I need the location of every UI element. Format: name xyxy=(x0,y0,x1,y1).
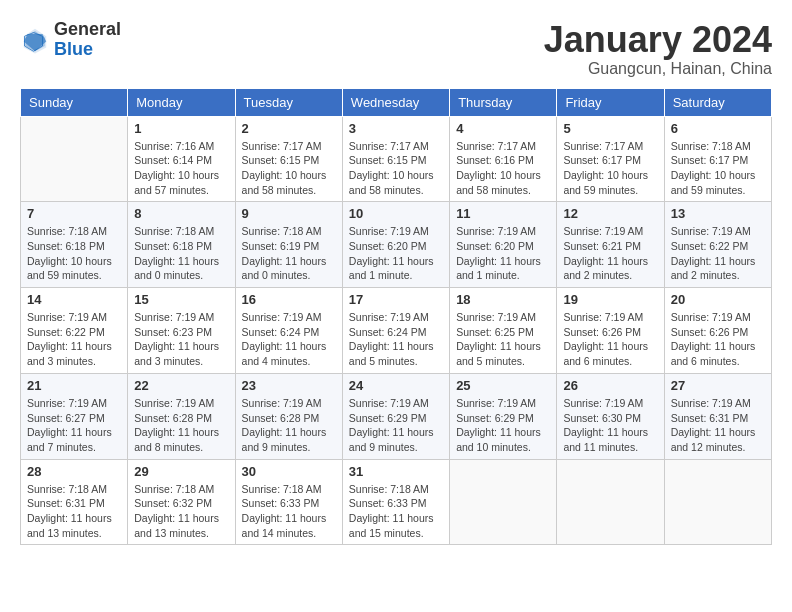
day-number: 29 xyxy=(134,464,228,479)
calendar-day-10: 10Sunrise: 7:19 AMSunset: 6:20 PMDayligh… xyxy=(342,202,449,288)
day-number: 20 xyxy=(671,292,765,307)
calendar-day-31: 31Sunrise: 7:18 AMSunset: 6:33 PMDayligh… xyxy=(342,459,449,545)
day-info: Sunrise: 7:18 AMSunset: 6:33 PMDaylight:… xyxy=(349,482,443,541)
day-number: 5 xyxy=(563,121,657,136)
calendar-day-16: 16Sunrise: 7:19 AMSunset: 6:24 PMDayligh… xyxy=(235,288,342,374)
day-number: 16 xyxy=(242,292,336,307)
day-number: 23 xyxy=(242,378,336,393)
calendar-day-30: 30Sunrise: 7:18 AMSunset: 6:33 PMDayligh… xyxy=(235,459,342,545)
day-number: 2 xyxy=(242,121,336,136)
calendar-day-26: 26Sunrise: 7:19 AMSunset: 6:30 PMDayligh… xyxy=(557,373,664,459)
calendar-day-empty xyxy=(557,459,664,545)
day-info: Sunrise: 7:19 AMSunset: 6:20 PMDaylight:… xyxy=(456,224,550,283)
day-number: 12 xyxy=(563,206,657,221)
day-info: Sunrise: 7:19 AMSunset: 6:26 PMDaylight:… xyxy=(563,310,657,369)
day-info: Sunrise: 7:16 AMSunset: 6:14 PMDaylight:… xyxy=(134,139,228,198)
day-info: Sunrise: 7:18 AMSunset: 6:32 PMDaylight:… xyxy=(134,482,228,541)
day-info: Sunrise: 7:19 AMSunset: 6:22 PMDaylight:… xyxy=(27,310,121,369)
calendar-day-29: 29Sunrise: 7:18 AMSunset: 6:32 PMDayligh… xyxy=(128,459,235,545)
calendar-week-3: 14Sunrise: 7:19 AMSunset: 6:22 PMDayligh… xyxy=(21,288,772,374)
day-number: 11 xyxy=(456,206,550,221)
weekday-header-monday: Monday xyxy=(128,88,235,116)
calendar-day-2: 2Sunrise: 7:17 AMSunset: 6:15 PMDaylight… xyxy=(235,116,342,202)
day-number: 31 xyxy=(349,464,443,479)
day-number: 25 xyxy=(456,378,550,393)
weekday-header-wednesday: Wednesday xyxy=(342,88,449,116)
day-number: 14 xyxy=(27,292,121,307)
calendar-day-21: 21Sunrise: 7:19 AMSunset: 6:27 PMDayligh… xyxy=(21,373,128,459)
calendar-day-12: 12Sunrise: 7:19 AMSunset: 6:21 PMDayligh… xyxy=(557,202,664,288)
day-info: Sunrise: 7:18 AMSunset: 6:33 PMDaylight:… xyxy=(242,482,336,541)
day-info: Sunrise: 7:19 AMSunset: 6:31 PMDaylight:… xyxy=(671,396,765,455)
calendar-day-27: 27Sunrise: 7:19 AMSunset: 6:31 PMDayligh… xyxy=(664,373,771,459)
calendar-day-empty xyxy=(450,459,557,545)
day-info: Sunrise: 7:17 AMSunset: 6:15 PMDaylight:… xyxy=(349,139,443,198)
location-subtitle: Guangcun, Hainan, China xyxy=(544,60,772,78)
day-info: Sunrise: 7:19 AMSunset: 6:21 PMDaylight:… xyxy=(563,224,657,283)
day-info: Sunrise: 7:19 AMSunset: 6:20 PMDaylight:… xyxy=(349,224,443,283)
day-number: 15 xyxy=(134,292,228,307)
calendar-day-13: 13Sunrise: 7:19 AMSunset: 6:22 PMDayligh… xyxy=(664,202,771,288)
calendar-day-19: 19Sunrise: 7:19 AMSunset: 6:26 PMDayligh… xyxy=(557,288,664,374)
calendar-day-17: 17Sunrise: 7:19 AMSunset: 6:24 PMDayligh… xyxy=(342,288,449,374)
day-number: 7 xyxy=(27,206,121,221)
day-info: Sunrise: 7:19 AMSunset: 6:27 PMDaylight:… xyxy=(27,396,121,455)
weekday-header-saturday: Saturday xyxy=(664,88,771,116)
calendar-week-1: 1Sunrise: 7:16 AMSunset: 6:14 PMDaylight… xyxy=(21,116,772,202)
day-info: Sunrise: 7:19 AMSunset: 6:25 PMDaylight:… xyxy=(456,310,550,369)
calendar-day-28: 28Sunrise: 7:18 AMSunset: 6:31 PMDayligh… xyxy=(21,459,128,545)
day-info: Sunrise: 7:19 AMSunset: 6:26 PMDaylight:… xyxy=(671,310,765,369)
day-number: 24 xyxy=(349,378,443,393)
day-number: 30 xyxy=(242,464,336,479)
calendar-day-7: 7Sunrise: 7:18 AMSunset: 6:18 PMDaylight… xyxy=(21,202,128,288)
day-info: Sunrise: 7:19 AMSunset: 6:30 PMDaylight:… xyxy=(563,396,657,455)
day-number: 27 xyxy=(671,378,765,393)
day-info: Sunrise: 7:17 AMSunset: 6:16 PMDaylight:… xyxy=(456,139,550,198)
day-info: Sunrise: 7:19 AMSunset: 6:22 PMDaylight:… xyxy=(671,224,765,283)
day-info: Sunrise: 7:19 AMSunset: 6:29 PMDaylight:… xyxy=(456,396,550,455)
day-info: Sunrise: 7:18 AMSunset: 6:18 PMDaylight:… xyxy=(134,224,228,283)
calendar-day-4: 4Sunrise: 7:17 AMSunset: 6:16 PMDaylight… xyxy=(450,116,557,202)
day-number: 6 xyxy=(671,121,765,136)
calendar-day-14: 14Sunrise: 7:19 AMSunset: 6:22 PMDayligh… xyxy=(21,288,128,374)
calendar-day-23: 23Sunrise: 7:19 AMSunset: 6:28 PMDayligh… xyxy=(235,373,342,459)
calendar-table: SundayMondayTuesdayWednesdayThursdayFrid… xyxy=(20,88,772,546)
weekday-header-tuesday: Tuesday xyxy=(235,88,342,116)
day-number: 13 xyxy=(671,206,765,221)
calendar-week-5: 28Sunrise: 7:18 AMSunset: 6:31 PMDayligh… xyxy=(21,459,772,545)
day-number: 1 xyxy=(134,121,228,136)
calendar-day-11: 11Sunrise: 7:19 AMSunset: 6:20 PMDayligh… xyxy=(450,202,557,288)
calendar-week-4: 21Sunrise: 7:19 AMSunset: 6:27 PMDayligh… xyxy=(21,373,772,459)
calendar-day-9: 9Sunrise: 7:18 AMSunset: 6:19 PMDaylight… xyxy=(235,202,342,288)
weekday-header-friday: Friday xyxy=(557,88,664,116)
day-info: Sunrise: 7:19 AMSunset: 6:23 PMDaylight:… xyxy=(134,310,228,369)
calendar-day-20: 20Sunrise: 7:19 AMSunset: 6:26 PMDayligh… xyxy=(664,288,771,374)
day-info: Sunrise: 7:18 AMSunset: 6:18 PMDaylight:… xyxy=(27,224,121,283)
weekday-header-sunday: Sunday xyxy=(21,88,128,116)
weekday-header-thursday: Thursday xyxy=(450,88,557,116)
day-info: Sunrise: 7:19 AMSunset: 6:29 PMDaylight:… xyxy=(349,396,443,455)
day-number: 19 xyxy=(563,292,657,307)
calendar-week-2: 7Sunrise: 7:18 AMSunset: 6:18 PMDaylight… xyxy=(21,202,772,288)
day-number: 9 xyxy=(242,206,336,221)
calendar-day-3: 3Sunrise: 7:17 AMSunset: 6:15 PMDaylight… xyxy=(342,116,449,202)
day-info: Sunrise: 7:19 AMSunset: 6:28 PMDaylight:… xyxy=(242,396,336,455)
day-info: Sunrise: 7:17 AMSunset: 6:17 PMDaylight:… xyxy=(563,139,657,198)
calendar-day-8: 8Sunrise: 7:18 AMSunset: 6:18 PMDaylight… xyxy=(128,202,235,288)
day-info: Sunrise: 7:17 AMSunset: 6:15 PMDaylight:… xyxy=(242,139,336,198)
weekday-header-row: SundayMondayTuesdayWednesdayThursdayFrid… xyxy=(21,88,772,116)
calendar-day-15: 15Sunrise: 7:19 AMSunset: 6:23 PMDayligh… xyxy=(128,288,235,374)
calendar-day-24: 24Sunrise: 7:19 AMSunset: 6:29 PMDayligh… xyxy=(342,373,449,459)
day-info: Sunrise: 7:19 AMSunset: 6:24 PMDaylight:… xyxy=(242,310,336,369)
day-number: 3 xyxy=(349,121,443,136)
month-title: January 2024 xyxy=(544,20,772,60)
calendar-day-1: 1Sunrise: 7:16 AMSunset: 6:14 PMDaylight… xyxy=(128,116,235,202)
day-number: 4 xyxy=(456,121,550,136)
logo-text: General Blue xyxy=(54,20,121,60)
calendar-day-25: 25Sunrise: 7:19 AMSunset: 6:29 PMDayligh… xyxy=(450,373,557,459)
page-header: General Blue January 2024 Guangcun, Hain… xyxy=(20,20,772,78)
day-number: 17 xyxy=(349,292,443,307)
day-info: Sunrise: 7:19 AMSunset: 6:28 PMDaylight:… xyxy=(134,396,228,455)
day-info: Sunrise: 7:18 AMSunset: 6:17 PMDaylight:… xyxy=(671,139,765,198)
day-number: 18 xyxy=(456,292,550,307)
